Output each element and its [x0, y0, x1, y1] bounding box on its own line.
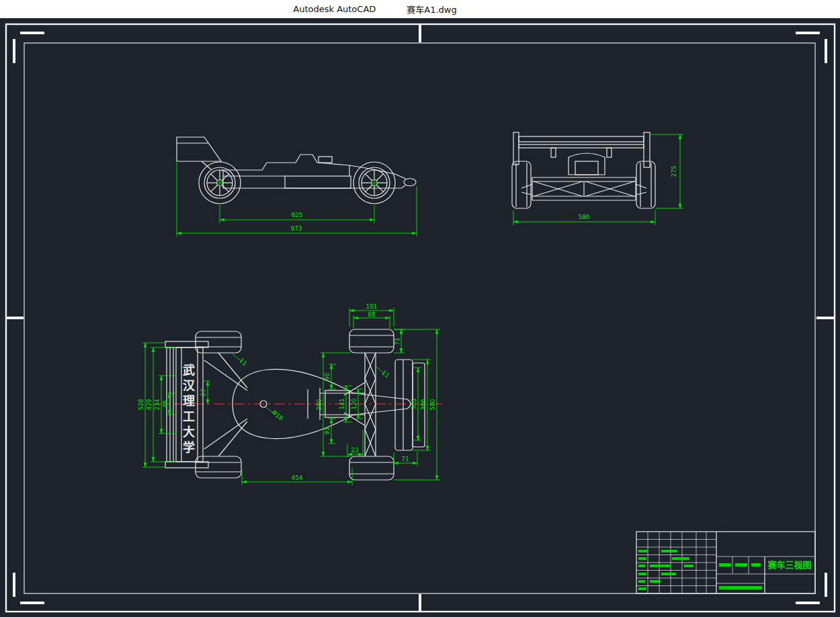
headrest: [319, 157, 332, 163]
title-block-text-marks: [638, 550, 762, 590]
wheel-center-marks: [214, 177, 380, 188]
dim-label: 454: [291, 475, 302, 481]
dim-71-wing: 71: [394, 452, 417, 466]
dim-label: 97: [200, 388, 207, 396]
dim-label: 580: [578, 214, 589, 220]
engine-cover-rear: [569, 153, 605, 175]
dim-track-width: 580: [513, 210, 655, 225]
dim-label: 46: [162, 400, 169, 408]
dim-380: 380: [316, 353, 351, 456]
rear-wing-rear: [513, 132, 650, 167]
dim-overall-length: 973: [177, 163, 417, 237]
drawing-canvas[interactable]: 625 973: [0, 19, 840, 617]
wing-endplate-right: [644, 132, 650, 167]
wing-endplate-left: [513, 132, 519, 165]
dim-label: 88: [368, 311, 376, 318]
rear-suspension-top: [204, 353, 247, 456]
dim-11-a: 11: [233, 354, 249, 367]
dim-90: 90: [324, 364, 336, 389]
dim-label: 91: [324, 427, 331, 434]
dim-88: 88: [353, 311, 390, 329]
dim-label: 380: [316, 399, 323, 410]
rear-wing-side: [177, 137, 221, 169]
inner-border: [24, 43, 815, 593]
dim-label: 71: [401, 456, 409, 462]
nose-tip: [404, 179, 416, 186]
dim-label: 141: [339, 398, 345, 409]
window-titlebar: Autodesk AutoCAD 赛车A1.dwg: [0, 0, 840, 19]
outer-border: [6, 24, 835, 612]
wheels-top-view: [196, 329, 394, 480]
app-name: Autodesk AutoCAD: [293, 4, 376, 14]
dim-label: 101: [366, 303, 377, 310]
dim-label: 580: [429, 399, 436, 410]
sheet-frame: [6, 24, 835, 612]
dim-label: Φ18: [271, 409, 285, 422]
frame-corner-marks: [6, 25, 834, 611]
chassis-rear: [521, 177, 646, 200]
dim-429: 429: [146, 347, 176, 462]
dim-wheelbase: 625: [220, 205, 374, 223]
dim-23: 23: [347, 430, 363, 457]
sidepod: [285, 176, 351, 188]
dim-label: 528: [138, 399, 144, 410]
dim-91: 91: [324, 419, 336, 444]
dim-454: 454: [242, 468, 352, 485]
dim-label: 429: [146, 399, 153, 410]
dim-label: 71: [394, 337, 401, 345]
dim-label: 11: [380, 369, 390, 379]
file-name: 赛车A1.dwg: [407, 3, 456, 15]
dim-label: 11: [238, 357, 248, 367]
dim-label: 234: [154, 399, 161, 410]
dim-phi18: Φ18: [265, 407, 284, 422]
rear-view: 580 275: [512, 132, 683, 225]
dim-label: 120: [351, 398, 358, 409]
dim-label: 973: [290, 225, 302, 232]
model-space-canvas[interactable]: 625 973: [0, 19, 840, 617]
title-block: 赛车三视图: [636, 532, 815, 593]
dim-label: 625: [291, 212, 302, 218]
front-truss-top: [344, 353, 376, 456]
dim-label: 275: [671, 165, 677, 177]
dim-97: 97: [200, 381, 210, 404]
dim-label: 305: [411, 398, 417, 409]
side-view: 625 973: [177, 137, 417, 237]
dim-label: 366: [420, 399, 427, 410]
dim-71-wheel: 71: [394, 329, 405, 353]
dim-label: 90: [324, 372, 331, 380]
university-label: 武汉理工大学: [177, 353, 198, 467]
dim-label: 23: [351, 447, 358, 454]
dim-11-b: 11: [376, 366, 391, 379]
drawing-title: 赛车三视图: [767, 560, 811, 570]
